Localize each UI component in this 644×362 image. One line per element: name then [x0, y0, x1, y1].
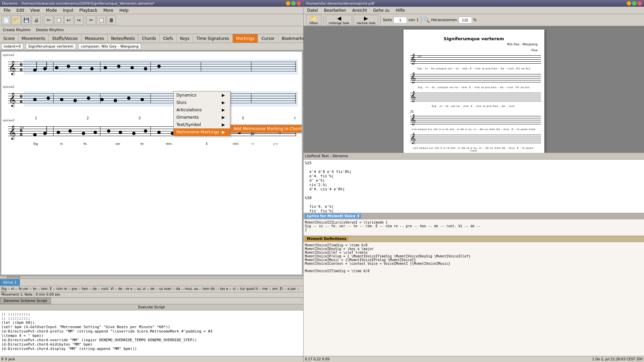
articulations-item[interactable]: Articulations ▶ [174, 106, 230, 114]
svg-text:𝄞: 𝄞 [410, 72, 416, 84]
ornaments-item[interactable]: Ornaments ▶ [174, 114, 230, 121]
scheme-script-tab[interactable]: Denemo Scheme Script [0, 298, 51, 304]
pdf-menu-ansicht[interactable]: Ansicht [349, 7, 370, 14]
lyrics-content-1: MvmntIVoiceIIILyricsVerseI = \lyricmode … [305, 221, 643, 224]
menu-playback[interactable]: Playback [76, 7, 101, 14]
pdf-menu-gehe[interactable]: Gehe zu [370, 7, 392, 14]
pdf-minimize-btn[interactable] [627, 1, 631, 6]
tab-score[interactable]: Score [0, 34, 18, 43]
svg-text:𝄞: 𝄞 [410, 91, 416, 103]
tab-markings[interactable]: Markings [233, 34, 258, 43]
pdf-menu-bearbeiten[interactable]: Bearbeiten [321, 7, 349, 14]
pdf-next-btn[interactable]: ▶ Nächste Seite [354, 15, 378, 25]
svg-point-65 [57, 131, 60, 134]
minimize-btn[interactable] [286, 1, 290, 6]
lily-line-7: d'4. cis'4 e'8%| [305, 187, 643, 191]
svg-rect-117 [410, 101, 541, 101]
copy-btn[interactable]: 📋 [54, 15, 63, 25]
pdf-maximize-btn[interactable] [632, 1, 637, 6]
menu-view[interactable]: View [27, 7, 43, 14]
svg-text:Sig: Sig [33, 142, 38, 145]
pdf-view-area[interactable]: Signiferumque verterem Nils Gey - Wargsa… [304, 26, 644, 153]
print-btn[interactable]: 🖨 [32, 15, 41, 25]
tab-notes[interactable]: Notes/Rests [108, 34, 139, 43]
paste-btn[interactable]: 📋 [97, 15, 106, 25]
hscrollbar-thumb[interactable] [7, 276, 20, 278]
text-symbol-item[interactable]: Text/Symbol ▶ [174, 121, 230, 128]
svg-text:𝄞: 𝄞 [9, 93, 16, 107]
execute-btn[interactable]: Execute Script [0, 304, 303, 310]
lilypond-content[interactable]: %25 e'4 d'8 e'4 fis'8%| e'4. fis'%| d' e… [304, 160, 644, 213]
page-number-input[interactable] [393, 17, 407, 23]
svg-rect-126 [410, 137, 541, 137]
definitions-content[interactable]: MvmntIVoiceITimeSig = \time 6/8 MvmntIVo… [304, 242, 644, 356]
tab-staffs[interactable]: Staffs/Voices [49, 34, 81, 43]
zoom-input[interactable] [459, 17, 472, 23]
maximize-btn[interactable] [291, 1, 296, 6]
new-btn[interactable]: 📄 [1, 15, 11, 25]
pdf-sep-3 [421, 15, 421, 25]
open-btn[interactable]: 📂 [11, 15, 21, 25]
definitions-panel: MvmntI Definitions MvmntIVoiceITimeSig =… [304, 236, 644, 356]
lyrics-bar: Sig -- ni -- fe.ver -- te -- rem. E -- n… [0, 286, 303, 292]
tab-cursor[interactable]: Cursor [258, 34, 278, 43]
menu-help[interactable]: Help [116, 7, 131, 14]
svg-point-73 [157, 131, 161, 134]
dynamics-item[interactable]: Dynamics ▶ [174, 92, 230, 99]
cut-btn[interactable]: ✂ [44, 15, 53, 25]
hscrollbar[interactable] [0, 276, 303, 279]
metronome-item[interactable]: Metronome-Markings ▶ [174, 128, 230, 136]
close-btn[interactable] [297, 1, 301, 6]
scissors-btn[interactable]: ✂ [87, 15, 96, 25]
left-statusbar: 8 9 jack [0, 356, 303, 362]
pdf-open-btn[interactable]: 📁 Öffnen [306, 15, 321, 25]
svg-rect-56 [8, 136, 297, 136]
delete-rhythm-btn[interactable]: Delete Rhythm [35, 27, 65, 33]
pdf-close-btn[interactable] [637, 1, 642, 6]
tab-clefs[interactable]: Clefs [160, 34, 177, 43]
tab-movements[interactable]: Movements [18, 34, 49, 43]
pdf-menu-datei[interactable]: Datei [304, 7, 321, 14]
lily-line-2 [305, 165, 643, 170]
svg-text:𝄞: 𝄞 [410, 133, 416, 144]
svg-point-42 [100, 98, 104, 101]
tab-time[interactable]: Time Signatures [193, 34, 233, 43]
tab-chords[interactable]: Chords [139, 34, 160, 43]
verse-1-tab[interactable]: Verse 1 [0, 279, 20, 286]
slurs-item[interactable]: Slurs ▶ [174, 99, 230, 106]
menu-edit[interactable]: Edit [13, 7, 27, 14]
undo-btn[interactable]: ↩ [64, 15, 73, 25]
add-metronome-item[interactable]: Add Metronome Marking to Chord [231, 125, 302, 132]
markings-dropdown: Dynamics ▶ Slurs ▶ Articulations ▶ Orn [173, 91, 230, 136]
tab-keys[interactable]: Keys [177, 34, 193, 43]
menu-mode[interactable]: Mode [43, 7, 60, 14]
script-line-5: (d-DirectivePut-chord-prefix "MM" (strin… [1, 329, 302, 334]
menu-more[interactable]: More [100, 7, 116, 14]
left-titlebar: Denemo - /home/nils/wacost-svn/denemo/20… [0, 0, 303, 7]
metronome-submenu: Add Metronome Marking to Chord [230, 125, 302, 133]
line-indicator: 9 [5, 357, 7, 361]
script-editor[interactable]: ;; ;;;;;;;;;; ;; ;;;;;;;;;; (let ((bpm 6… [0, 310, 303, 356]
save-btn[interactable]: 💾 [21, 15, 31, 25]
pdf-menu-hilfe[interactable]: Hilfe [393, 7, 408, 14]
svg-point-37 [33, 98, 37, 101]
pdf-prev-btn[interactable]: ◀ Vorherige Seite [326, 15, 353, 25]
page-label: Seite [383, 18, 392, 22]
svg-text:8: 8 [20, 100, 22, 104]
lilypond-panel: LilyPond Text - Denemo %25 e'4 d'8 e'4 f… [304, 153, 644, 213]
redo-btn[interactable]: ↪ [74, 15, 84, 25]
svg-text:re: re [251, 142, 255, 145]
delete-btn[interactable]: 🗑 [107, 15, 116, 25]
svg-text:𝄞: 𝄞 [9, 61, 16, 75]
separator-2 [85, 16, 85, 24]
lily-line-9: %30 [305, 196, 643, 200]
pdf-staff-5: 𝄞 [410, 132, 541, 145]
lyrics-panel-content[interactable]: MvmntIVoiceIIILyricsVerseI = \lyricmode … [304, 219, 644, 236]
create-rhythm-btn[interactable]: Create Rhythm [1, 27, 32, 33]
svg-rect-128 [410, 141, 541, 141]
tab-measures[interactable]: Measures [82, 34, 108, 43]
zoom-label: Heranzoomen [431, 18, 457, 22]
svg-rect-122 [410, 122, 541, 122]
menu-input[interactable]: Input [60, 7, 76, 14]
menu-file[interactable]: File [1, 7, 13, 14]
